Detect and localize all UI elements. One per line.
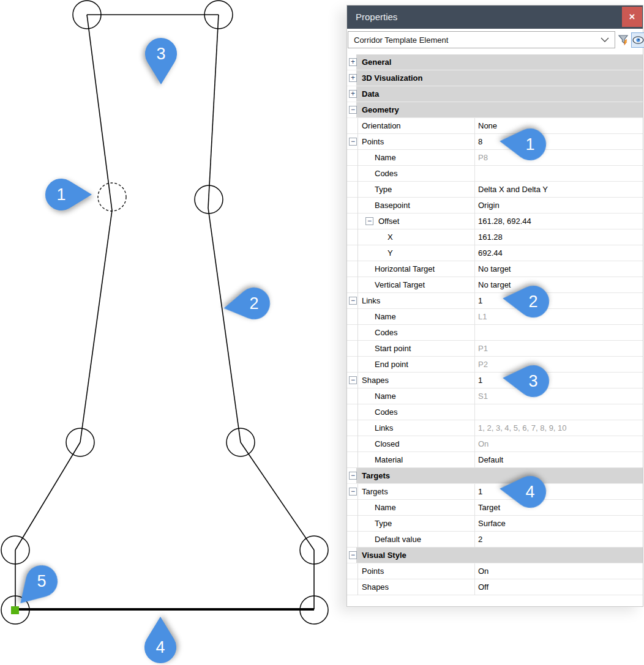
panel-titlebar[interactable]: Properties ✕ bbox=[347, 6, 643, 29]
column-divider bbox=[474, 484, 475, 500]
property-row[interactable]: NameL1 bbox=[347, 309, 643, 325]
column-divider bbox=[474, 261, 475, 277]
property-value[interactable]: No target bbox=[478, 261, 511, 277]
category-label: Targets bbox=[362, 468, 390, 483]
column-divider bbox=[474, 579, 475, 595]
category-row[interactable]: Visual Style− bbox=[347, 548, 643, 563]
collapse-icon[interactable]: − bbox=[349, 138, 357, 146]
property-row[interactable]: TypeDelta X and Delta Y bbox=[347, 182, 643, 198]
collapse-icon[interactable]: − bbox=[349, 551, 357, 559]
visibility-button[interactable] bbox=[631, 32, 644, 48]
property-value[interactable]: On bbox=[478, 563, 489, 579]
property-label: Name bbox=[375, 150, 396, 165]
property-value[interactable]: No target bbox=[478, 277, 511, 292]
property-value[interactable]: 1 bbox=[478, 293, 482, 308]
gutter-divider bbox=[358, 516, 358, 532]
category-row[interactable]: 3D Visualization+ bbox=[347, 70, 643, 86]
property-value[interactable]: Delta X and Delta Y bbox=[478, 182, 548, 197]
template-link-line[interactable] bbox=[241, 442, 314, 550]
property-row[interactable]: Codes bbox=[347, 404, 643, 420]
expand-icon[interactable]: + bbox=[349, 58, 357, 66]
property-row[interactable]: BasepointOrigin bbox=[347, 198, 643, 214]
drawing-canvas[interactable] bbox=[0, 0, 345, 665]
expand-icon[interactable]: + bbox=[349, 90, 357, 98]
filter-button[interactable] bbox=[616, 32, 631, 48]
category-label: General bbox=[362, 54, 391, 70]
template-link-line[interactable] bbox=[87, 15, 112, 210]
property-row[interactable]: Codes bbox=[347, 166, 643, 182]
property-row[interactable]: OrientationNone bbox=[347, 118, 643, 134]
property-row[interactable]: Default value2 bbox=[347, 532, 643, 548]
property-row[interactable]: ClosedOn bbox=[347, 436, 643, 452]
property-row[interactable]: NameP8 bbox=[347, 150, 643, 166]
property-row[interactable]: −Links1 bbox=[347, 293, 643, 309]
category-row[interactable]: Targets− bbox=[347, 468, 643, 484]
property-value[interactable]: Origin bbox=[478, 198, 500, 213]
gutter-divider bbox=[358, 198, 358, 214]
property-value[interactable]: None bbox=[478, 118, 497, 133]
property-value[interactable]: Off bbox=[478, 579, 489, 595]
property-value[interactable]: Default bbox=[478, 452, 503, 467]
property-row[interactable]: X161.28 bbox=[347, 229, 643, 245]
category-label: Geometry bbox=[362, 102, 399, 117]
property-value[interactable]: 8 bbox=[478, 134, 482, 149]
column-divider bbox=[474, 229, 475, 245]
property-row[interactable]: −Shapes1 bbox=[347, 373, 643, 388]
collapse-icon[interactable]: − bbox=[349, 472, 357, 480]
category-row[interactable]: Geometry− bbox=[347, 102, 643, 118]
property-value: 1, 2, 3, 4, 5, 6, 7, 8, 9, 10 bbox=[478, 420, 567, 436]
property-row[interactable]: ShapesOff bbox=[347, 579, 643, 595]
collapse-icon[interactable]: − bbox=[349, 106, 357, 114]
collapse-icon[interactable]: − bbox=[365, 217, 373, 225]
template-link-line[interactable] bbox=[80, 210, 112, 442]
property-row[interactable]: NameTarget bbox=[347, 500, 643, 516]
template-link-line[interactable] bbox=[15, 442, 80, 550]
expand-icon[interactable]: + bbox=[349, 74, 357, 82]
property-row[interactable]: Y692.44 bbox=[347, 245, 643, 261]
property-row[interactable]: End pointP2 bbox=[347, 357, 643, 373]
gutter-divider bbox=[358, 182, 358, 198]
collapse-icon[interactable]: − bbox=[349, 488, 357, 496]
property-row[interactable]: Links1, 2, 3, 4, 5, 6, 7, 8, 9, 10 bbox=[347, 420, 643, 436]
property-value[interactable]: Target bbox=[478, 500, 500, 515]
property-row[interactable]: NameS1 bbox=[347, 388, 643, 404]
property-row[interactable]: Start pointP1 bbox=[347, 341, 643, 357]
property-label: Name bbox=[375, 500, 396, 515]
category-row[interactable]: Data+ bbox=[347, 86, 643, 102]
gutter-divider bbox=[358, 563, 358, 579]
property-row[interactable]: Vertical TargetNo target bbox=[347, 277, 643, 293]
close-button[interactable]: ✕ bbox=[622, 7, 642, 27]
origin-grip-square[interactable] bbox=[11, 606, 19, 614]
property-label: X bbox=[388, 229, 393, 245]
property-row[interactable]: −Points8 bbox=[347, 134, 643, 150]
property-value[interactable]: 692.44 bbox=[478, 245, 503, 261]
property-value[interactable]: 1 bbox=[478, 373, 482, 388]
category-row[interactable]: General+ bbox=[347, 54, 643, 70]
template-link-line[interactable] bbox=[208, 208, 241, 442]
property-label: Orientation bbox=[362, 118, 401, 133]
property-row[interactable]: PointsOn bbox=[347, 563, 643, 579]
property-label: Closed bbox=[375, 436, 399, 451]
property-row[interactable]: −Targets1 bbox=[347, 484, 643, 500]
property-value: L1 bbox=[478, 309, 487, 324]
gutter-divider bbox=[358, 404, 358, 420]
property-value[interactable]: 2 bbox=[478, 532, 482, 547]
collapse-icon[interactable]: − bbox=[349, 376, 357, 384]
property-row[interactable]: MaterialDefault bbox=[347, 452, 643, 468]
property-row[interactable]: Horizontal TargetNo target bbox=[347, 261, 643, 277]
property-value[interactable]: 161.28, 692.44 bbox=[478, 214, 531, 229]
property-row[interactable]: −Offset161.28, 692.44 bbox=[347, 214, 643, 229]
property-label: Start point bbox=[375, 341, 411, 356]
template-link-line[interactable] bbox=[208, 15, 219, 208]
gutter-divider bbox=[358, 579, 358, 595]
property-row[interactable]: TypeSurface bbox=[347, 516, 643, 532]
column-divider bbox=[474, 214, 475, 229]
element-type-select[interactable]: Corridor Template Element bbox=[348, 31, 615, 48]
property-value[interactable]: 161.28 bbox=[478, 229, 503, 245]
property-value[interactable]: Surface bbox=[478, 516, 506, 531]
property-value[interactable]: 1 bbox=[478, 484, 482, 499]
collapse-icon[interactable]: − bbox=[349, 297, 357, 305]
column-divider bbox=[474, 452, 475, 468]
property-row[interactable]: Codes bbox=[347, 325, 643, 341]
column-divider bbox=[474, 182, 475, 198]
